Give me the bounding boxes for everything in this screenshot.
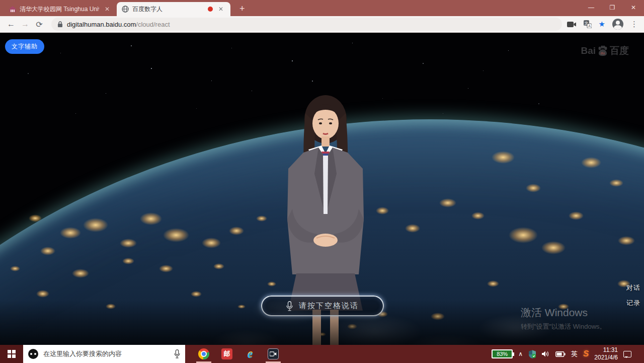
recording-indicator-icon bbox=[208, 7, 213, 12]
baidu-logo-latin: Bai bbox=[581, 45, 596, 56]
cortana-icon bbox=[28, 349, 38, 359]
digital-human-viewport: 文字辅助 Bai du 百度 请按下空格说话 对话 bbox=[0, 33, 644, 345]
camera-active-icon[interactable] bbox=[567, 21, 577, 28]
back-button[interactable]: ← bbox=[4, 17, 18, 31]
globe-favicon-icon bbox=[122, 6, 129, 13]
taskbar-mail-button[interactable]: 邮 bbox=[215, 345, 238, 363]
baidu-logo-cn: 百度 bbox=[610, 44, 629, 57]
taskbar-chrome-button[interactable] bbox=[192, 345, 215, 363]
address-bar[interactable]: digitalhuman.baidu.com/cloud/react bbox=[51, 18, 562, 31]
forward-button[interactable]: → bbox=[18, 17, 32, 31]
search-mic-icon[interactable] bbox=[174, 349, 180, 358]
menu-kebab-icon[interactable]: ⋮ bbox=[630, 20, 638, 29]
close-button[interactable]: ✕ bbox=[623, 0, 644, 15]
svg-text:du: du bbox=[601, 51, 605, 55]
taskbar-search-box[interactable]: 在这里输入你要搜索的内容 bbox=[23, 345, 185, 363]
side-panel-tabs: 对话 记录 bbox=[626, 283, 640, 314]
defender-shield-icon[interactable] bbox=[528, 350, 536, 358]
activate-windows-line1: 激活 Windows bbox=[521, 306, 606, 320]
input-language-indicator[interactable]: 英 bbox=[571, 349, 578, 358]
profile-avatar[interactable] bbox=[612, 19, 623, 30]
camera-app-icon bbox=[268, 348, 279, 359]
microphone-icon bbox=[286, 301, 293, 311]
battery-tray-icon[interactable] bbox=[555, 351, 566, 357]
tab-tsinghua[interactable]: 清华大学校园网 Tsinghua Univ ✕ bbox=[4, 2, 117, 16]
taskbar-ie-button[interactable]: e bbox=[238, 345, 262, 363]
window-controls: — ❐ ✕ bbox=[581, 0, 644, 15]
taskbar-clock[interactable]: 11:31 2021/4/6 bbox=[594, 346, 618, 361]
reload-button[interactable]: ⟳ bbox=[32, 17, 46, 31]
record-tab[interactable]: 记录 bbox=[626, 299, 640, 308]
url-text: digitalhuman.baidu.com/cloud/react bbox=[67, 21, 170, 28]
tab-close-icon[interactable]: ✕ bbox=[103, 5, 112, 13]
tray-chevron-icon[interactable]: ∧ bbox=[518, 350, 523, 357]
internet-explorer-icon: e bbox=[248, 349, 253, 359]
maximize-button[interactable]: ❐ bbox=[602, 0, 623, 15]
taskbar-camera-button[interactable] bbox=[262, 345, 285, 363]
push-to-talk-button[interactable]: 请按下空格说话 bbox=[261, 296, 384, 316]
tsinghua-favicon-icon bbox=[9, 6, 16, 13]
text-assist-button[interactable]: 文字辅助 bbox=[5, 39, 44, 54]
url-path: /cloud/react bbox=[136, 21, 170, 28]
url-domain: digitalhuman.baidu.com bbox=[67, 21, 136, 28]
tab-title: 清华大学校园网 Tsinghua Univ bbox=[20, 5, 99, 14]
system-tray: 83% ∧ 英 S 11:31 20 bbox=[492, 345, 644, 363]
activate-windows-line2: 转到"设置"以激活 Windows。 bbox=[521, 322, 606, 331]
activate-windows-watermark: 激活 Windows 转到"设置"以激活 Windows。 bbox=[521, 306, 606, 331]
browser-toolbar: ← → ⟳ digitalhuman.baidu.com/cloud/react… bbox=[0, 16, 644, 33]
volume-icon[interactable] bbox=[542, 350, 550, 357]
clock-date: 2021/4/6 bbox=[594, 354, 618, 361]
start-button[interactable] bbox=[0, 345, 23, 363]
windows-logo-icon bbox=[8, 350, 16, 358]
sogou-input-icon[interactable]: S bbox=[583, 349, 589, 359]
browser-tab-strip: 清华大学校园网 Tsinghua Univ ✕ 百度数字人 ✕ + — ❐ ✕ bbox=[0, 0, 644, 16]
svg-text:A: A bbox=[588, 24, 591, 28]
windows-taskbar: 在这里输入你要搜索的内容 邮 e 83% ∧ bbox=[0, 345, 644, 363]
toolbar-actions: 文 A ★ ⋮ bbox=[567, 19, 638, 30]
lock-icon bbox=[57, 21, 63, 28]
clock-time: 11:31 bbox=[594, 346, 618, 354]
tab-baidu-digital-human[interactable]: 百度数字人 ✕ bbox=[117, 2, 230, 16]
screen: 清华大学校园网 Tsinghua Univ ✕ 百度数字人 ✕ + — ❐ ✕ … bbox=[0, 0, 644, 363]
tab-title: 百度数字人 bbox=[132, 5, 204, 14]
tab-close-icon[interactable]: ✕ bbox=[216, 5, 225, 13]
push-to-talk-label: 请按下空格说话 bbox=[299, 301, 359, 311]
dialog-tab[interactable]: 对话 bbox=[626, 283, 640, 293]
baidu-paw-icon: du bbox=[597, 45, 609, 57]
baidu-watermark-logo: Bai du 百度 bbox=[581, 44, 629, 57]
chrome-icon bbox=[198, 348, 209, 359]
pinned-apps: 邮 e bbox=[192, 345, 285, 363]
battery-percent-badge[interactable]: 83% bbox=[492, 349, 513, 358]
action-center-icon[interactable] bbox=[623, 351, 631, 357]
translate-icon[interactable]: 文 A bbox=[584, 20, 592, 28]
new-tab-button[interactable]: + bbox=[235, 4, 249, 13]
search-placeholder: 在这里输入你要搜索的内容 bbox=[43, 349, 169, 358]
minimize-button[interactable]: — bbox=[581, 0, 602, 15]
mail-icon: 邮 bbox=[221, 348, 232, 359]
bookmark-star-icon[interactable]: ★ bbox=[599, 20, 605, 29]
